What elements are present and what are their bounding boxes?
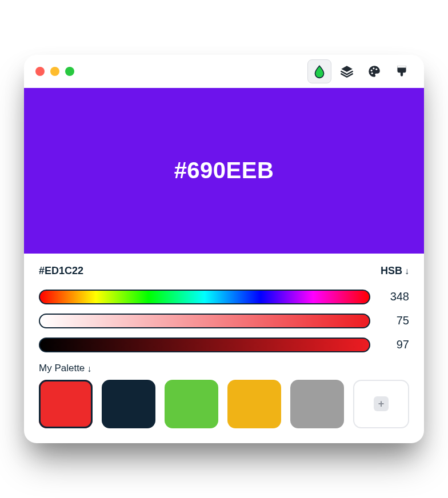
hue-slider[interactable] xyxy=(39,290,370,304)
svg-point-1 xyxy=(373,67,374,69)
saturation-slider-row: 75 xyxy=(39,314,409,328)
palette-tool-button[interactable] xyxy=(362,59,386,83)
palette-icon xyxy=(367,64,382,79)
brush-icon xyxy=(394,64,409,79)
svg-point-3 xyxy=(371,73,373,74)
chevron-down-icon: ↓ xyxy=(405,267,409,276)
brightness-slider-row: 97 xyxy=(39,338,409,352)
palette-swatch[interactable] xyxy=(227,380,281,428)
window-controls xyxy=(35,67,74,76)
brightness-value: 97 xyxy=(382,338,409,351)
palette-name-label: My Palette xyxy=(39,363,85,374)
brush-tool-button[interactable] xyxy=(390,59,414,83)
titlebar xyxy=(24,55,424,88)
close-window-button[interactable] xyxy=(35,67,45,76)
palette-swatch[interactable] xyxy=(290,380,344,428)
hue-value: 348 xyxy=(382,290,409,303)
palette-swatch[interactable] xyxy=(102,380,155,428)
palette-swatch[interactable] xyxy=(165,380,218,428)
saturation-value: 75 xyxy=(382,314,409,327)
minimize-window-button[interactable] xyxy=(50,67,59,76)
palette-swatches: + xyxy=(39,380,409,428)
hex-mode-row: #ED1C22 HSB ↓ xyxy=(39,265,409,277)
color-picker-window: #690EEB #ED1C22 HSB ↓ 348 75 97 xyxy=(24,55,424,443)
zoom-window-button[interactable] xyxy=(65,67,74,76)
current-hex-value[interactable]: #ED1C22 xyxy=(39,265,83,277)
color-mode-dropdown[interactable]: HSB ↓ xyxy=(381,265,409,277)
add-swatch-button[interactable]: + xyxy=(353,380,409,428)
color-mode-label: HSB xyxy=(381,265,402,277)
palette-dropdown[interactable]: My Palette ↓ xyxy=(39,363,409,374)
hsb-sliders: 348 75 97 xyxy=(39,290,409,352)
droplet-icon xyxy=(312,64,327,79)
chevron-down-icon: ↓ xyxy=(87,364,91,374)
svg-point-0 xyxy=(371,70,373,71)
layers-tool-button[interactable] xyxy=(335,59,359,83)
eyedropper-tool-button[interactable] xyxy=(307,59,331,83)
palette-swatch[interactable] xyxy=(39,380,93,428)
preview-hex-label: #690EEB xyxy=(174,158,274,183)
layers-icon xyxy=(339,64,354,79)
svg-point-2 xyxy=(375,69,377,70)
color-preview-panel: #690EEB xyxy=(24,88,424,254)
plus-icon: + xyxy=(374,396,389,411)
hue-slider-row: 348 xyxy=(39,290,409,304)
saturation-slider[interactable] xyxy=(39,314,370,328)
brightness-slider[interactable] xyxy=(39,338,370,352)
controls-panel: #ED1C22 HSB ↓ 348 75 97 My Palette ↓ xyxy=(24,254,424,443)
toolbar xyxy=(307,59,414,83)
